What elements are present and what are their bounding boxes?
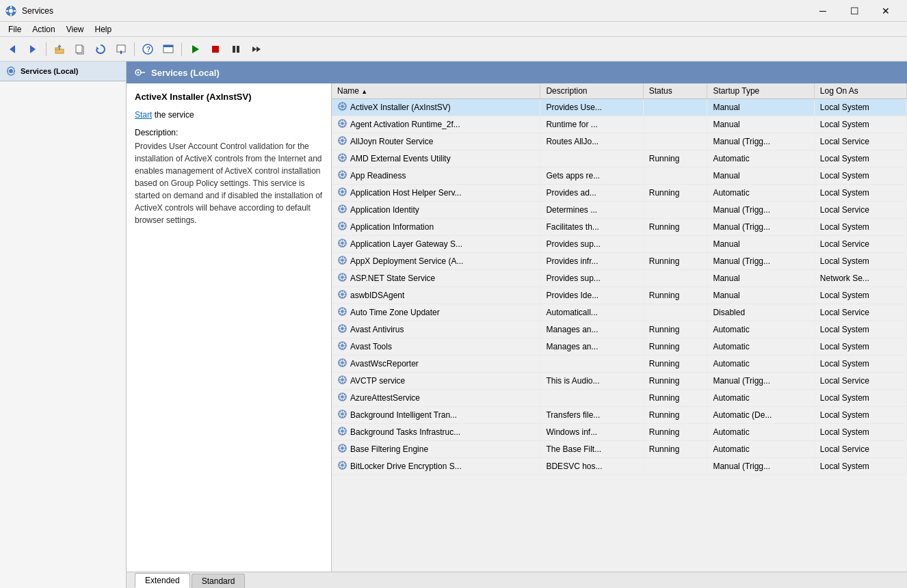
service-gear-icon bbox=[337, 238, 347, 250]
col-header-logon[interactable]: Log On As bbox=[814, 83, 906, 99]
table-row[interactable]: App Readiness Gets apps re... Manual Loc… bbox=[332, 168, 907, 185]
table-row[interactable]: Base Filtering Engine The Base Filt... R… bbox=[332, 441, 907, 458]
panel-header: Services (Local) bbox=[127, 62, 907, 83]
service-name-text: Application Identity bbox=[350, 205, 419, 215]
svg-point-233 bbox=[341, 446, 344, 450]
svg-rect-136 bbox=[339, 277, 340, 278]
table-row[interactable]: AzureAttestService Running Automatic Loc… bbox=[332, 390, 907, 407]
menu-item-action[interactable]: Action bbox=[27, 23, 60, 36]
service-name-text: AMD External Events Utility bbox=[350, 154, 451, 163]
table-row[interactable]: AVCTP service This is Audio... Running M… bbox=[332, 373, 907, 390]
svg-rect-177 bbox=[345, 345, 346, 347]
svg-rect-25 bbox=[237, 46, 239, 53]
svg-rect-127 bbox=[345, 260, 346, 261]
refresh-button[interactable] bbox=[91, 40, 110, 59]
service-name-text: Avast Antivirus bbox=[350, 325, 404, 334]
table-row[interactable]: Background Intelligent Tran... Transfers… bbox=[332, 407, 907, 424]
col-header-startup-type[interactable]: Startup Type bbox=[707, 83, 814, 99]
svg-point-203 bbox=[341, 395, 344, 399]
svg-point-183 bbox=[341, 361, 344, 364]
export-button[interactable] bbox=[111, 40, 131, 59]
svg-rect-234 bbox=[342, 444, 343, 446]
menu-item-help[interactable]: Help bbox=[90, 23, 118, 36]
table-row[interactable]: AMD External Events Utility Running Auto… bbox=[332, 150, 907, 168]
table-row[interactable]: Avast Tools Manages an... Running Automa… bbox=[332, 338, 907, 356]
cell-name: AMD External Events Utility bbox=[332, 150, 540, 168]
close-button[interactable]: ✕ bbox=[870, 0, 902, 22]
tab-extended[interactable]: Extended bbox=[135, 573, 190, 588]
start-service-link[interactable]: Start bbox=[135, 110, 152, 120]
svg-rect-44 bbox=[342, 120, 343, 121]
pause-button[interactable] bbox=[226, 40, 246, 59]
table-row[interactable]: Agent Activation Runtime_2f... Runtime f… bbox=[332, 116, 907, 133]
services-table-container[interactable]: Name ▲ Description Status Startup Type L… bbox=[332, 83, 907, 572]
service-name-text: App Readiness bbox=[350, 171, 406, 181]
col-header-name[interactable]: Name ▲ bbox=[332, 83, 540, 99]
svg-rect-107 bbox=[345, 226, 346, 227]
stop-button[interactable] bbox=[206, 40, 225, 59]
maximize-button[interactable]: ☐ bbox=[839, 0, 870, 22]
table-row[interactable]: Auto Time Zone Updater Automaticall... D… bbox=[332, 304, 907, 321]
table-row[interactable]: AvastWscReporter Running Automatic Local… bbox=[332, 356, 907, 373]
svg-rect-154 bbox=[342, 308, 343, 309]
restart-button[interactable] bbox=[247, 40, 266, 59]
col-header-status[interactable]: Status bbox=[643, 83, 707, 99]
svg-rect-225 bbox=[342, 433, 343, 435]
cell-startup-type: Automatic (De... bbox=[707, 407, 814, 424]
copy-button[interactable] bbox=[70, 40, 90, 59]
col-header-description[interactable]: Description bbox=[540, 83, 643, 99]
table-row[interactable]: Application Host Helper Serv... Provides… bbox=[332, 185, 907, 202]
cell-startup-type: Manual (Trigg... bbox=[707, 253, 814, 270]
cell-name: Application Host Helper Serv... bbox=[332, 185, 540, 202]
svg-rect-224 bbox=[342, 427, 343, 429]
svg-rect-23 bbox=[212, 46, 219, 53]
svg-rect-125 bbox=[342, 263, 343, 264]
cell-startup-type: Manual bbox=[707, 270, 814, 287]
table-row[interactable]: ActiveX Installer (AxInstSV) Provides Us… bbox=[332, 99, 907, 116]
left-panel-header[interactable]: Services (Local) bbox=[0, 62, 126, 81]
menu-item-view[interactable]: View bbox=[61, 23, 90, 36]
minimize-button[interactable]: ─ bbox=[807, 0, 839, 22]
cell-status: Running bbox=[643, 373, 707, 390]
table-row[interactable]: Background Tasks Infrastruc... Windows i… bbox=[332, 424, 907, 441]
cell-status: Running bbox=[643, 219, 707, 236]
table-row[interactable]: aswbIDSAgent Provides Ide... Running Man… bbox=[332, 287, 907, 304]
svg-rect-184 bbox=[342, 359, 343, 360]
table-row[interactable]: AppX Deployment Service (A... Provides i… bbox=[332, 253, 907, 270]
table-row[interactable]: AllJoyn Router Service Routes AllJo... M… bbox=[332, 133, 907, 150]
table-row[interactable]: BitLocker Drive Encryption S... BDESVC h… bbox=[332, 458, 907, 475]
table-row[interactable]: Avast Antivirus Manages an... Running Au… bbox=[332, 321, 907, 338]
cell-startup-type: Automatic bbox=[707, 338, 814, 356]
title-bar: Services ─ ☐ ✕ bbox=[0, 0, 907, 22]
service-name-text: AVCTP service bbox=[350, 376, 405, 386]
up-button[interactable] bbox=[50, 40, 69, 59]
svg-point-93 bbox=[341, 207, 344, 211]
cell-startup-type: Automatic bbox=[707, 185, 814, 202]
forward-button[interactable] bbox=[23, 40, 42, 59]
svg-rect-245 bbox=[342, 468, 343, 469]
cell-startup-type: Manual bbox=[707, 116, 814, 133]
svg-rect-24 bbox=[233, 46, 235, 53]
service-name-text: Application Host Helper Serv... bbox=[350, 188, 462, 198]
console-button[interactable] bbox=[159, 40, 178, 59]
svg-rect-114 bbox=[342, 239, 343, 241]
svg-marker-14 bbox=[96, 46, 99, 49]
table-row[interactable]: Application Layer Gateway S... Provides … bbox=[332, 236, 907, 253]
table-row[interactable]: Application Identity Determines ... Manu… bbox=[332, 202, 907, 219]
service-gear-icon bbox=[337, 392, 347, 404]
svg-rect-167 bbox=[345, 328, 346, 330]
back-button[interactable] bbox=[3, 40, 22, 59]
menu-item-file[interactable]: File bbox=[3, 23, 27, 36]
service-name-text: Avast Tools bbox=[350, 342, 392, 351]
tab-standard[interactable]: Standard bbox=[192, 574, 246, 588]
play-button[interactable] bbox=[185, 40, 205, 59]
service-name-text: BitLocker Drive Encryption S... bbox=[350, 462, 462, 471]
table-row[interactable]: ASP.NET State Service Provides sup... Ma… bbox=[332, 270, 907, 287]
svg-rect-45 bbox=[342, 126, 343, 127]
cell-name: AllJoyn Router Service bbox=[332, 133, 540, 150]
table-row[interactable]: Application Information Facilitates th..… bbox=[332, 219, 907, 236]
svg-rect-134 bbox=[342, 273, 343, 275]
help-button[interactable]: ? bbox=[138, 40, 157, 59]
svg-rect-3 bbox=[10, 14, 12, 16]
cell-description bbox=[540, 356, 643, 373]
